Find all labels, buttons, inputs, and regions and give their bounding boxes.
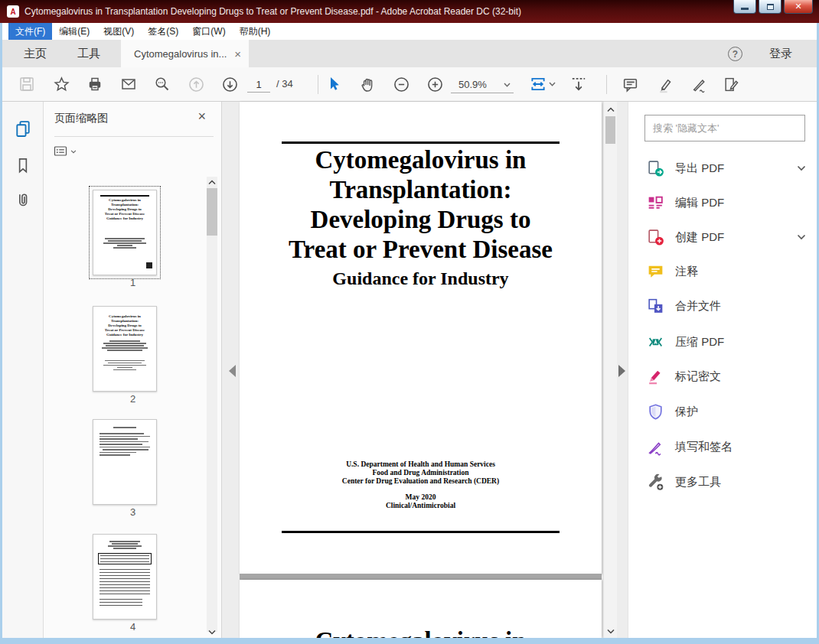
fit-width-icon[interactable]: [529, 75, 547, 93]
document-scrollbar[interactable]: [603, 102, 617, 638]
zoom-level-dropdown[interactable]: 50.9%: [451, 76, 514, 93]
tool-label: 标记密文: [675, 369, 808, 384]
tool-comment[interactable]: 注释: [645, 259, 808, 285]
thumbnail-page-2[interactable]: Cytomegalovirus in Transplantation: Deve…: [93, 306, 157, 392]
page-separator: [240, 574, 602, 580]
search-zoom-icon[interactable]: [153, 75, 171, 93]
collapse-right-panel-icon[interactable]: [618, 365, 625, 377]
tool-edit-pdf[interactable]: 编辑 PDF: [645, 190, 808, 216]
chevron-down-icon[interactable]: [795, 165, 808, 171]
thumbnail-scrollbar-thumb[interactable]: [207, 188, 217, 236]
bookmarks-icon[interactable]: [13, 155, 33, 175]
tool-export-pdf[interactable]: 导出 PDF: [645, 155, 808, 181]
thumbnail-label: 1: [44, 277, 222, 288]
menu-edit[interactable]: 编辑(E): [52, 23, 96, 40]
acrobat-app-icon: A: [7, 5, 19, 18]
scroll-up-icon[interactable]: [205, 177, 219, 187]
thumb-black-box: [146, 262, 152, 268]
title-rule-bottom: [282, 531, 560, 533]
maximize-icon: [767, 4, 774, 10]
star-icon[interactable]: [52, 75, 70, 93]
comment-icon[interactable]: [621, 75, 639, 93]
combine-files-icon: [645, 296, 665, 316]
zoom-out-icon[interactable]: [392, 75, 410, 93]
sign-in-button[interactable]: 登录: [769, 40, 792, 67]
tab-document[interactable]: Cytomegalovirus in... ×: [121, 40, 249, 67]
thumbnail-page-3[interactable]: [93, 419, 157, 505]
page-number-input[interactable]: [247, 76, 270, 93]
tool-more-tools[interactable]: 更多工具: [645, 469, 808, 495]
print-icon[interactable]: [86, 75, 104, 93]
tool-combine-files[interactable]: 合并文件: [645, 293, 808, 319]
tab-tools[interactable]: 工具: [71, 40, 106, 67]
menu-bar: 文件(F) 编辑(E) 视图(V) 签名(S) 窗口(W) 帮助(H): [2, 23, 817, 40]
thumbnail-options-button[interactable]: [54, 144, 80, 159]
save-icon[interactable]: [18, 75, 36, 93]
more-tools-wrench-icon: [645, 472, 665, 492]
thumbnail-scrollbar[interactable]: [207, 177, 217, 632]
highlighter-icon[interactable]: [656, 75, 674, 93]
tool-create-pdf[interactable]: 创建 PDF: [645, 224, 808, 250]
close-icon: ✕: [795, 2, 801, 11]
tool-label: 合并文件: [675, 299, 808, 314]
scroll-down-icon[interactable]: [604, 625, 618, 637]
menu-window[interactable]: 窗口(W): [185, 23, 232, 40]
tab-home[interactable]: 主页: [18, 40, 53, 67]
acrobat-window: A Cytomegalovirus in Transplantation Dev…: [0, 0, 819, 644]
chevron-down-icon[interactable]: [547, 75, 556, 93]
attachments-paperclip-icon[interactable]: [13, 190, 33, 210]
list-options-icon: [54, 145, 67, 158]
tool-redact[interactable]: 标记密文: [645, 363, 808, 389]
pdf-page-1[interactable]: Cytomegalovirus in Transplantation: Deve…: [240, 102, 602, 574]
next-page-title: Cytomegalovirus in: [240, 627, 602, 638]
scrolling-mode-icon[interactable]: [569, 75, 588, 93]
fill-sign-page-icon[interactable]: [722, 75, 740, 93]
close-panel-icon[interactable]: ×: [197, 109, 206, 123]
scroll-up-icon[interactable]: [604, 103, 618, 115]
document-scrollbar-thumb[interactable]: [605, 116, 615, 144]
chevron-down-icon[interactable]: [795, 234, 808, 240]
tool-fill-sign[interactable]: 填写和签名: [645, 434, 808, 460]
collapse-left-panel-icon[interactable]: [229, 365, 236, 377]
maximize-button[interactable]: [759, 0, 781, 14]
close-button[interactable]: ✕: [784, 0, 813, 14]
page-thumbnails-icon[interactable]: [13, 119, 33, 138]
compress-pdf-icon: [645, 332, 665, 352]
page-thumbnails-panel: 页面缩略图 × Cytomegalovirus in Transplantati…: [44, 102, 222, 638]
tool-compress-pdf[interactable]: 压缩 PDF: [645, 329, 808, 355]
minimize-button[interactable]: [733, 0, 756, 14]
thumbnail-label: 2: [44, 393, 222, 405]
thumb-text-lines: [93, 429, 156, 460]
zoom-in-icon[interactable]: [426, 75, 444, 93]
email-icon[interactable]: [119, 75, 138, 93]
thumb-text-lines: [100, 569, 150, 595]
close-tab-icon[interactable]: ×: [234, 48, 241, 60]
navigation-icon-strip: [2, 102, 44, 638]
document-viewer[interactable]: Cytomegalovirus in Transplantation: Deve…: [222, 102, 628, 638]
select-tool-icon[interactable]: [325, 75, 343, 93]
window-title: Cytomegalovirus in Transplantation Devel…: [24, 6, 521, 17]
fill-sign-pen-icon: [645, 437, 665, 457]
hand-tool-icon[interactable]: [358, 75, 377, 93]
menu-file[interactable]: 文件(F): [8, 23, 52, 40]
tool-protect[interactable]: 保护: [645, 398, 808, 424]
sign-pen-icon[interactable]: [690, 75, 708, 93]
thumbnail-page-4[interactable]: [93, 534, 157, 620]
create-pdf-icon: [645, 227, 665, 247]
menu-help[interactable]: 帮助(H): [233, 23, 278, 40]
help-icon[interactable]: ?: [728, 47, 742, 61]
next-page-icon[interactable]: [220, 75, 239, 93]
export-pdf-icon: [645, 158, 665, 178]
previous-page-icon[interactable]: [187, 75, 205, 93]
search-tools-input[interactable]: [644, 115, 805, 141]
page-count-label: / 34: [276, 78, 293, 89]
thumbnail-label: 4: [44, 621, 222, 633]
title-rule-top: [282, 141, 560, 144]
menu-view[interactable]: 视图(V): [96, 23, 141, 40]
thumbnail-page-1[interactable]: Cytomegalovirus in Transplantation: Deve…: [93, 190, 157, 275]
scroll-down-icon[interactable]: [205, 626, 219, 637]
pdf-page-2[interactable]: Cytomegalovirus in: [240, 580, 602, 638]
tool-label: 更多工具: [675, 475, 808, 490]
tool-label: 注释: [675, 265, 808, 279]
menu-sign[interactable]: 签名(S): [141, 23, 185, 40]
